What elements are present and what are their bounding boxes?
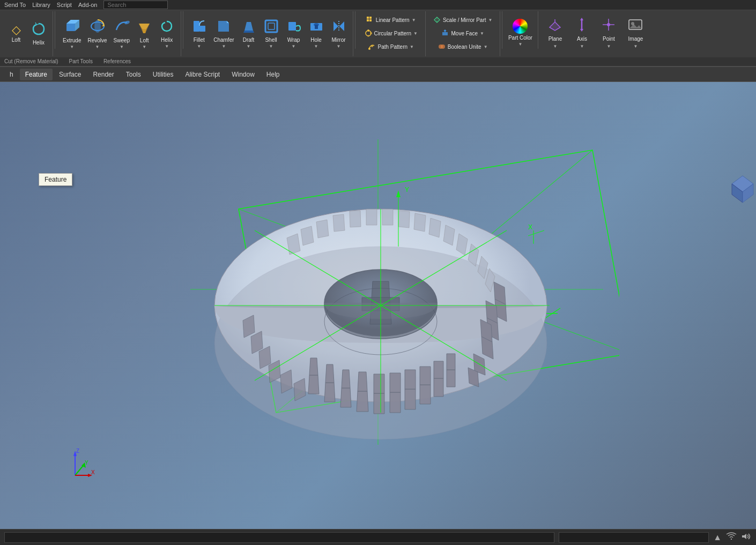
circular-pattern-icon (365, 29, 372, 38)
menu-feature[interactable]: Feature (20, 69, 53, 80)
image-dropdown[interactable]: ▼ (633, 44, 638, 49)
chamfer-label: Chamfer (213, 37, 234, 43)
menu-surface[interactable]: Surface (54, 69, 86, 80)
linear-pattern-button[interactable]: Linear Pattern ▼ (362, 14, 420, 27)
separator-1 (55, 11, 55, 49)
plane-dropdown[interactable]: ▼ (553, 44, 557, 49)
shell-dropdown[interactable]: ▼ (269, 44, 273, 49)
scale-mirror-icon (433, 16, 441, 25)
references-label: References (103, 58, 131, 64)
revolve-button[interactable]: Revolve ▼ (85, 12, 109, 55)
svg-marker-69 (325, 364, 334, 383)
hole-dropdown[interactable]: ▼ (314, 44, 318, 49)
svg-rect-21 (315, 25, 318, 29)
part-color-dropdown[interactable]: ▼ (518, 42, 522, 47)
svg-rect-0 (66, 24, 75, 31)
svg-marker-70 (340, 388, 351, 407)
circular-pattern-button[interactable]: Circular Pattern ▼ (360, 27, 422, 40)
wrap-icon (286, 19, 301, 36)
svg-marker-106 (382, 209, 393, 225)
svg-point-6 (124, 20, 130, 25)
path-pattern-label: Path Pattern (377, 44, 407, 50)
loft-icon (136, 18, 152, 36)
chamfer-dropdown[interactable]: ▼ (221, 44, 226, 49)
chamfer-button[interactable]: Chamfer ▼ (211, 12, 236, 55)
search-input[interactable] (103, 1, 168, 9)
draft-button[interactable]: Draft ▼ (238, 12, 260, 55)
fillet-button[interactable]: Fillet ▼ (188, 12, 210, 55)
plane-button[interactable]: Plane ▼ (542, 11, 568, 54)
svg-text:Y: Y (405, 186, 409, 193)
svg-point-33 (368, 48, 370, 50)
helix-icon (31, 21, 46, 39)
wrap-dropdown[interactable]: ▼ (292, 44, 296, 49)
part-color-button[interactable]: Part Color ▼ (504, 11, 536, 54)
move-face-dropdown[interactable]: ▼ (480, 31, 484, 36)
boolean-unite-button[interactable]: Boolean Unite ▼ (434, 41, 492, 54)
revolve-dropdown[interactable]: ▼ (95, 44, 100, 49)
draft-dropdown[interactable]: ▼ (247, 44, 251, 49)
menu-render[interactable]: Render (87, 69, 119, 80)
scale-mirror-button[interactable]: Scale / Mirror Part ▼ (429, 14, 497, 27)
svg-marker-74 (374, 393, 384, 414)
menu-add-on[interactable]: Add-on (78, 2, 97, 8)
loft-button-left[interactable]: ◇ Loft (5, 12, 27, 55)
up-arrow-icon[interactable]: ▲ (713, 533, 722, 542)
revolve-icon (90, 18, 106, 36)
sweep-button[interactable]: Sweep ▼ (111, 12, 133, 55)
loft-button[interactable]: Loft ▼ (134, 12, 155, 55)
fillet-dropdown[interactable]: ▼ (197, 44, 201, 49)
menu-help[interactable]: Help (261, 69, 285, 80)
extrude-dropdown[interactable]: ▼ (70, 44, 74, 49)
circular-pattern-dropdown[interactable]: ▼ (413, 31, 418, 36)
menu-tools[interactable]: Tools (121, 69, 146, 80)
menu-send-to[interactable]: Send To (4, 2, 26, 8)
scale-mirror-dropdown[interactable]: ▼ (488, 18, 493, 23)
circular-pattern-label: Circular Pattern (374, 31, 411, 36)
menu-alibre-script[interactable]: Alibre Script (180, 69, 225, 80)
loft-dropdown[interactable]: ▼ (142, 44, 146, 49)
axis-label: Axis (577, 36, 587, 42)
svg-marker-14 (244, 22, 253, 31)
path-pattern-button[interactable]: Path Pattern ▼ (364, 41, 418, 54)
axis-dropdown[interactable]: ▼ (580, 44, 584, 49)
svg-marker-23 (339, 21, 344, 31)
helix-button-2[interactable]: Helix ▼ (156, 12, 177, 55)
svg-marker-108 (414, 213, 426, 232)
helix-button[interactable]: Helix (28, 12, 49, 55)
extrude-button[interactable]: Extrude ▼ (60, 12, 84, 55)
menu-utilities[interactable]: Utilities (147, 69, 179, 80)
sweep-dropdown[interactable]: ▼ (120, 44, 124, 49)
menu-bar: h Feature Surface Render Tools Utilities… (0, 67, 756, 82)
path-pattern-dropdown[interactable]: ▼ (410, 44, 414, 49)
helix-dropdown[interactable]: ▼ (165, 44, 169, 49)
move-face-button[interactable]: Move Face ▼ (437, 27, 488, 40)
status-right-icons: ▲ (713, 532, 752, 543)
wifi-icon (726, 532, 737, 543)
cut-remove-label: Cut (Remove Material) (4, 58, 58, 64)
menu-h[interactable]: h (4, 69, 19, 80)
linear-pattern-dropdown[interactable]: ▼ (412, 18, 416, 23)
mirror-button[interactable]: Mirror ▼ (328, 12, 350, 55)
point-dropdown[interactable]: ▼ (606, 44, 611, 49)
svg-rect-16 (265, 20, 277, 32)
mirror-dropdown[interactable]: ▼ (337, 44, 341, 49)
boolean-unite-icon (438, 43, 446, 51)
menu-library[interactable]: Library (32, 2, 50, 8)
image-button[interactable]: Image ▼ (622, 11, 648, 54)
part-color-icon (513, 19, 528, 34)
viewport[interactable]: Feature (0, 82, 756, 529)
axis-button[interactable]: Axis ▼ (569, 11, 595, 54)
menu-script[interactable]: Script (57, 2, 72, 8)
mirror-label: Mirror (331, 37, 345, 43)
shell-button[interactable]: Shell ▼ (261, 12, 282, 55)
cube-orientation[interactable] (729, 162, 756, 205)
svg-marker-103 (333, 214, 345, 232)
hole-button[interactable]: Hole ▼ (306, 12, 327, 55)
svg-marker-44 (580, 18, 583, 20)
point-button[interactable]: Point ▼ (596, 11, 621, 54)
menu-window[interactable]: Window (226, 69, 260, 80)
svg-rect-18 (288, 22, 296, 31)
boolean-unite-dropdown[interactable]: ▼ (484, 44, 488, 49)
wrap-button[interactable]: Wrap ▼ (283, 12, 305, 55)
